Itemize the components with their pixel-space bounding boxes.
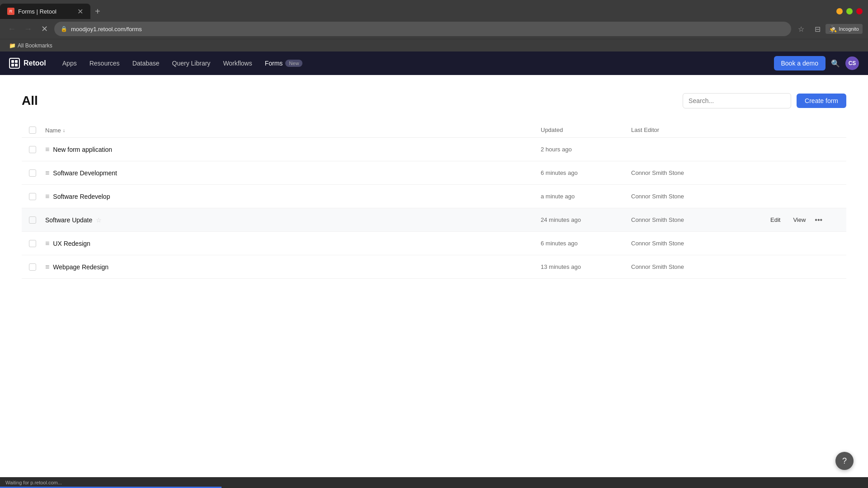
star-icon[interactable]: ☆	[96, 216, 102, 224]
form-list-icon: ≡	[45, 145, 49, 154]
updated-time: 6 minutes ago	[541, 169, 631, 176]
form-list-icon: ≡	[45, 263, 49, 271]
main-navigation: Apps Resources Database Query Library Wo…	[57, 57, 763, 70]
table-row[interactable]: ≡ New form application 2 hours ago	[22, 138, 846, 161]
incognito-icon: 🕵	[829, 25, 837, 33]
nav-apps[interactable]: Apps	[57, 57, 82, 70]
name-column-header[interactable]: Name ↓	[45, 127, 541, 134]
row-checkbox-cell	[29, 240, 45, 247]
nav-resources[interactable]: Resources	[84, 57, 125, 70]
active-tab[interactable]: R Forms | Retool ✕	[0, 4, 90, 19]
updated-time: 24 minutes ago	[541, 216, 631, 223]
bookmarks-bar: 📁 All Bookmarks	[0, 39, 868, 52]
reload-button[interactable]: ✕	[38, 23, 51, 35]
browser-chrome: R Forms | Retool ✕ + — □ ✕ ← → ✕ 🔒 moodj…	[0, 0, 868, 52]
form-name-text: Software Development	[53, 169, 117, 177]
row-checkbox-cell	[29, 146, 45, 153]
table-row[interactable]: ≡ Software Redevelop a minute ago Connor…	[22, 185, 846, 208]
back-button[interactable]: ←	[5, 23, 18, 35]
form-name-text: New form application	[53, 146, 112, 153]
logo-icon	[9, 58, 20, 69]
all-bookmarks-item[interactable]: 📁 All Bookmarks	[5, 42, 56, 50]
window-controls: — □ ✕	[836, 8, 868, 14]
form-name-cell: ≡ Software Redevelop	[45, 192, 541, 201]
select-all-checkbox[interactable]	[29, 127, 36, 134]
view-button[interactable]: View	[789, 215, 809, 225]
bookmark-button[interactable]: ☆	[795, 23, 807, 35]
table-row[interactable]: ≡ UX Redesign 6 minutes ago Connor Smith…	[22, 232, 846, 255]
table-row[interactable]: ≡ Software Development 6 minutes ago Con…	[22, 161, 846, 185]
create-form-button[interactable]: Create form	[797, 94, 846, 108]
browser-toolbar: ← → ✕ 🔒 moodjoy1.retool.com/forms ☆ ⊟ 🕵 …	[0, 19, 868, 39]
browser-tabs: R Forms | Retool ✕ + — □ ✕	[0, 0, 868, 19]
lock-icon: 🔒	[61, 26, 67, 32]
book-demo-button[interactable]: Book a demo	[774, 56, 826, 70]
form-name-cell: Software Update ☆	[45, 216, 541, 224]
nav-forms[interactable]: Forms New	[259, 57, 308, 70]
header-right: Book a demo 🔍 CS	[774, 56, 859, 70]
row-checkbox[interactable]	[29, 240, 36, 247]
incognito-label: Incognito	[839, 26, 859, 32]
app-header: Retool Apps Resources Database Query Lib…	[0, 52, 868, 75]
retool-logo[interactable]: Retool	[9, 58, 46, 69]
tab-favicon: R	[7, 8, 14, 15]
form-name-text: Webpage Redesign	[53, 263, 108, 271]
table-row[interactable]: Software Update ☆ 24 minutes ago Connor …	[22, 208, 846, 232]
form-list-icon: ≡	[45, 169, 49, 177]
row-checkbox[interactable]	[29, 263, 36, 271]
close-button[interactable]: ✕	[856, 8, 863, 14]
row-checkbox-cell	[29, 263, 45, 271]
row-actions: Edit View •••	[767, 215, 839, 225]
last-editor: Connor Smith Stone	[631, 240, 767, 247]
last-editor: Connor Smith Stone	[631, 216, 767, 223]
page-title: All	[22, 94, 38, 108]
row-checkbox[interactable]	[29, 193, 36, 200]
last-editor: Connor Smith Stone	[631, 169, 767, 176]
nav-database[interactable]: Database	[127, 57, 165, 70]
header-actions: Create form	[683, 93, 846, 108]
tab-close-button[interactable]: ✕	[77, 7, 83, 16]
forms-label: Forms	[265, 60, 283, 67]
nav-query-library[interactable]: Query Library	[167, 57, 216, 70]
incognito-badge: 🕵 Incognito	[826, 24, 863, 34]
table-header: Name ↓ Updated Last Editor	[22, 123, 846, 138]
global-search-button[interactable]: 🔍	[831, 59, 840, 68]
actions-column-header	[767, 127, 839, 134]
form-name-cell: ≡ Software Development	[45, 169, 541, 177]
row-checkbox[interactable]	[29, 146, 36, 153]
tab-title: Forms | Retool	[18, 8, 57, 15]
more-options-button[interactable]: •••	[815, 216, 822, 224]
restore-button[interactable]: □	[846, 8, 853, 14]
form-name-text: Software Redevelop	[53, 193, 110, 200]
logo-text: Retool	[24, 59, 46, 67]
all-bookmarks-label: All Bookmarks	[18, 42, 52, 49]
form-list-icon: ≡	[45, 239, 49, 248]
last-editor: Connor Smith Stone	[631, 193, 767, 200]
row-checkbox[interactable]	[29, 216, 36, 224]
main-content: All Create form Name ↓ Updated Last Edit…	[0, 75, 868, 297]
row-checkbox-cell	[29, 169, 45, 177]
form-name-text: Software Update	[45, 216, 92, 224]
layout-button[interactable]: ⊟	[811, 23, 824, 35]
updated-time: 13 minutes ago	[541, 263, 631, 270]
search-input[interactable]	[683, 93, 791, 108]
row-checkbox[interactable]	[29, 169, 36, 177]
table-row[interactable]: ≡ Webpage Redesign 13 minutes ago Connor…	[22, 255, 846, 279]
form-name-cell: ≡ UX Redesign	[45, 239, 541, 248]
minimize-button[interactable]: —	[836, 8, 843, 14]
nav-workflows[interactable]: Workflows	[217, 57, 257, 70]
form-name-cell: ≡ Webpage Redesign	[45, 263, 541, 271]
row-checkbox-cell	[29, 216, 45, 224]
page-header: All Create form	[22, 93, 846, 108]
name-sort-icon: ↓	[63, 127, 66, 133]
edit-button[interactable]: Edit	[767, 215, 784, 225]
updated-time: 2 hours ago	[541, 146, 631, 153]
address-bar[interactable]: 🔒 moodjoy1.retool.com/forms	[54, 22, 791, 36]
browser-extensions: ⊟ 🕵 Incognito	[811, 23, 863, 35]
form-name-text: UX Redesign	[53, 240, 90, 247]
user-avatar[interactable]: CS	[845, 56, 859, 70]
name-column-label: Name	[45, 127, 61, 134]
forward-button[interactable]: →	[22, 23, 34, 35]
new-tab-button[interactable]: +	[90, 6, 105, 17]
forms-table: Name ↓ Updated Last Editor ≡ New form ap…	[22, 123, 846, 279]
